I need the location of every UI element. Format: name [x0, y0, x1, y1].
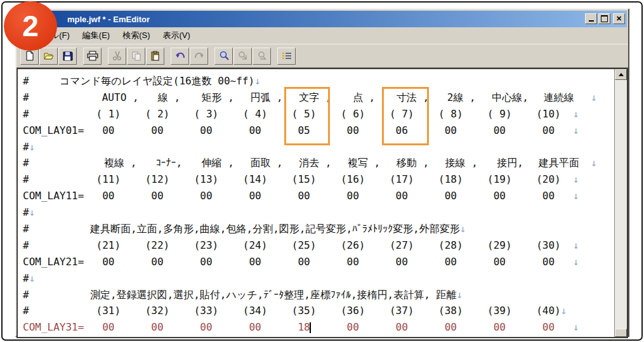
editor-area: # コマンド毎のレイヤ設定(16進数 00~ff)↓ #AUTO ,線 ,矩形 … — [16, 68, 628, 338]
linebreak-mark: ↓ — [573, 173, 579, 185]
editor-line-com-lay21: COM_LAY21= 00 00 00 00 00 00 00 00 00 00… — [23, 254, 614, 270]
find-button[interactable] — [214, 48, 233, 65]
print-button[interactable] — [83, 48, 102, 65]
find-prev-icon — [256, 51, 268, 61]
find-magnifier-icon — [218, 51, 230, 61]
menu-search[interactable]: 検索(S) — [116, 28, 156, 43]
menu-bar: ファイル(F) 編集(E) 検索(S) 表示(V) — [16, 27, 628, 44]
linebreak-mark: ↓ — [591, 157, 597, 169]
scroll-up-button[interactable] — [615, 69, 627, 80]
linebreak-mark: ↓ — [573, 108, 579, 120]
minimize-button[interactable] — [585, 13, 597, 24]
undo-arrow-icon — [174, 51, 186, 61]
editor-line: #↓ — [23, 270, 614, 287]
menu-edit[interactable]: 編集(E) — [76, 28, 116, 43]
cut-scissors-icon — [112, 51, 123, 61]
open-folder-icon — [43, 51, 55, 61]
linebreak-mark: ↓ — [456, 289, 463, 301]
linebreak-mark: ↓ — [561, 305, 567, 317]
editor-line: # (31) (32) (33) (34) (35) (36) (37) (38… — [23, 303, 614, 319]
maximize-icon — [601, 15, 608, 22]
badge-number: 2 — [22, 9, 39, 43]
paste-button[interactable] — [146, 48, 164, 65]
highlight-box-sunpou-column — [382, 87, 429, 145]
step-number-badge: 2 — [4, 1, 57, 51]
save-button[interactable] — [58, 48, 77, 65]
emeditor-window: mple.jwf * - EmEditor ✕ ファイル(F) 編集(E) 検索… — [15, 8, 629, 337]
save-floppy-icon — [62, 51, 74, 61]
find-next-icon — [237, 51, 249, 61]
linebreak-mark: ↓ — [460, 223, 466, 235]
close-button[interactable]: ✕ — [613, 13, 625, 24]
editor-line-com-lay11: COM_LAY11= 00 00 00 00 00 00 00 00 00 00… — [23, 188, 614, 204]
scrollbar-thumb[interactable] — [615, 329, 627, 337]
editor-line: #複線 ,ｺｰﾅｰ,伸縮 ,面取 ,消去 ,複写 ,移動 ,接線 ,接円,建具平… — [23, 155, 614, 171]
highlight-box-moji-column — [284, 87, 330, 145]
editor-line: # 建具断面,立面,多角形,曲線,包絡,分割,図形,記号変形,ﾊﾟﾗﾒﾄﾘｯｸ変… — [23, 221, 614, 237]
editor-line: #↓ — [23, 204, 614, 221]
printer-icon — [87, 51, 98, 61]
editor-line-com-lay31-current: COM_LAY31= 00 00 00 00 18 00 00 00 00 00… — [23, 319, 614, 336]
linebreak-mark: ↓ — [29, 272, 36, 284]
linebreak-mark: ↓ — [29, 206, 36, 218]
open-button[interactable] — [39, 48, 58, 65]
find-next-button[interactable] — [233, 48, 252, 65]
cut-button[interactable] — [108, 48, 126, 65]
copy-pages-icon — [131, 51, 142, 61]
figure: mple.jwf * - EmEditor ✕ ファイル(F) 編集(E) 検索… — [0, 0, 644, 342]
redo-button[interactable] — [190, 48, 208, 65]
new-document-icon — [24, 51, 36, 61]
editor-line: # 測定,登録選択図,選択,貼付,ハッチ,ﾃﾞｰﾀ整理,座標ﾌｧｲﾙ,接楕円,表… — [23, 287, 614, 303]
redo-arrow-icon — [194, 51, 205, 61]
arrow-up-icon — [619, 73, 624, 76]
vertical-scrollbar[interactable] — [614, 69, 627, 337]
editor-line: # (11) (12) (13) (14) (15) (16) (17) (18… — [23, 171, 614, 188]
linebreak-mark: ↓ — [573, 256, 579, 268]
title-bar[interactable]: mple.jwf * - EmEditor ✕ — [18, 11, 627, 27]
linebreak-mark: ↓ — [573, 190, 579, 202]
special-list-button[interactable] — [277, 48, 296, 65]
linebreak-mark: ↓ — [254, 75, 261, 87]
linebreak-mark: ↓ — [29, 141, 36, 153]
close-icon: ✕ — [616, 15, 622, 22]
text-editor[interactable]: # コマンド毎のレイヤ設定(16進数 00~ff)↓ #AUTO ,線 ,矩形 … — [18, 69, 614, 337]
menu-view[interactable]: 表示(V) — [157, 28, 197, 43]
editor-line: # (21) (22) (23) (24) (25) (26) (27) (28… — [23, 237, 614, 254]
undo-button[interactable] — [171, 48, 189, 65]
find-prev-button[interactable] — [253, 48, 271, 65]
minimize-icon — [589, 20, 594, 22]
maximize-button[interactable] — [598, 13, 610, 24]
linebreak-mark: ↓ — [573, 239, 579, 251]
copy-button[interactable] — [127, 48, 145, 65]
linebreak-mark: ↓ — [591, 91, 597, 103]
linebreak-mark: ↓ — [573, 124, 579, 136]
tool-bar — [16, 44, 628, 68]
list-marks-icon — [281, 51, 292, 61]
linebreak-mark: ↓ — [573, 321, 579, 333]
paste-clipboard-icon — [150, 51, 161, 61]
